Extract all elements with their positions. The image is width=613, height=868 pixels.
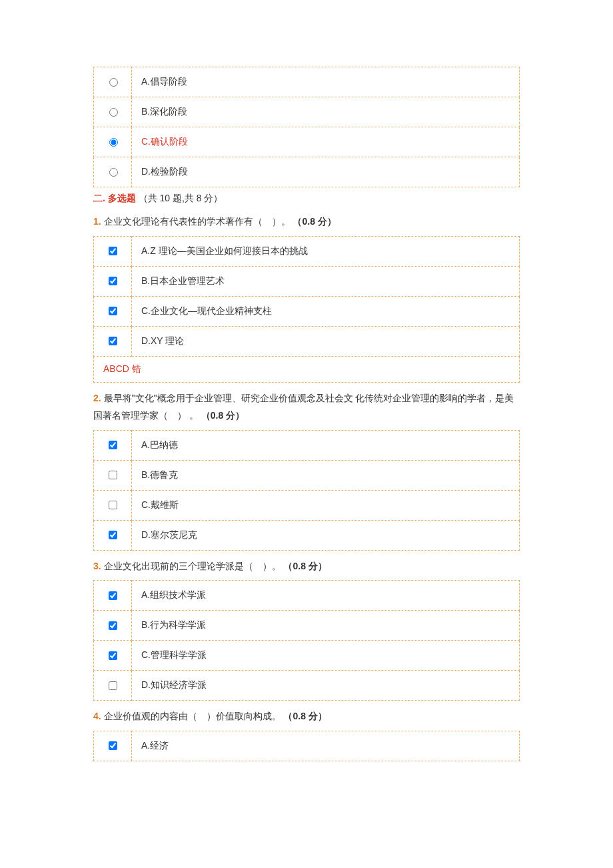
question-3-options-table: A.组织技术学派 B.行为科学学派 C.管理科学学派 D.知识经济学派 bbox=[93, 580, 520, 701]
option-label: C.确认阶段 bbox=[141, 136, 188, 147]
question-2: 2. 最早将"文化"概念用于企业管理、研究企业价值观念及社会文 化传统对企业管理… bbox=[93, 389, 520, 425]
option-row: B.日本企业管理艺术 bbox=[94, 266, 520, 296]
option-label: B.日本企业管理艺术 bbox=[141, 275, 225, 286]
question-3: 3. 企业文化出现前的三个理论学派是（ ）。 （0.8 分） bbox=[93, 557, 520, 575]
question-points: （0.8 分） bbox=[283, 561, 326, 571]
option-label: A.组织技术学派 bbox=[141, 589, 206, 600]
question-points: （0.8 分） bbox=[293, 216, 336, 227]
option-label: B.德鲁克 bbox=[141, 469, 178, 480]
option-label: A.倡导阶段 bbox=[141, 76, 187, 87]
checkbox-option-a[interactable] bbox=[109, 741, 117, 750]
checkbox-option-a[interactable] bbox=[109, 247, 117, 255]
question-number: 4. bbox=[93, 711, 101, 721]
feedback-row: ABCD 错 bbox=[94, 356, 520, 382]
checkbox-option-c[interactable] bbox=[109, 501, 117, 509]
section-suffix: （共 10 题,共 8 分） bbox=[139, 193, 223, 203]
option-label: C.企业文化—现代企业精神支柱 bbox=[141, 305, 272, 316]
option-label: A.经济 bbox=[141, 740, 169, 751]
question-4-options-table: A.经济 bbox=[93, 731, 520, 761]
feedback-text: ABCD 错 bbox=[103, 363, 141, 374]
question-text: 企业文化理论有代表性的学术著作有（ ）。 bbox=[101, 216, 293, 227]
option-row: D.塞尔茨尼克 bbox=[94, 520, 520, 550]
prev-question-options-table: A.倡导阶段 B.深化阶段 C.确认阶段 D.检验阶段 bbox=[93, 67, 520, 187]
option-label: D.XY 理论 bbox=[141, 335, 184, 346]
option-label: D.检验阶段 bbox=[141, 166, 188, 177]
question-points: （0.8 分） bbox=[201, 410, 245, 421]
question-2-options-table: A.巴纳德 B.德鲁克 C.戴维斯 D.塞尔茨尼克 bbox=[93, 430, 520, 551]
option-row: D.XY 理论 bbox=[94, 326, 520, 356]
section-title: 多选题 bbox=[105, 193, 136, 203]
question-points: （0.8 分） bbox=[283, 711, 326, 721]
question-number: 3. bbox=[93, 561, 101, 571]
option-row: D.知识经济学派 bbox=[94, 671, 520, 701]
option-row: B.深化阶段 bbox=[94, 97, 520, 127]
question-text: 企业文化出现前的三个理论学派是（ ）。 bbox=[101, 561, 284, 571]
option-row: A.巴纳德 bbox=[94, 430, 520, 460]
option-row: C.企业文化—现代企业精神支柱 bbox=[94, 296, 520, 326]
radio-option-d[interactable] bbox=[109, 168, 118, 177]
checkbox-option-b[interactable] bbox=[109, 277, 117, 285]
radio-option-b[interactable] bbox=[109, 108, 118, 117]
option-row: A.倡导阶段 bbox=[94, 67, 520, 97]
option-row: A.经济 bbox=[94, 731, 520, 761]
option-row: A.Z 理论—美国企业如何迎接日本的挑战 bbox=[94, 236, 520, 266]
checkbox-option-b[interactable] bbox=[109, 621, 117, 630]
checkbox-option-c[interactable] bbox=[109, 651, 117, 660]
option-label: D.知识经济学派 bbox=[141, 679, 207, 690]
question-text: 最早将"文化"概念用于企业管理、研究企业价值观念及社会文 化传统对企业管理的影响… bbox=[93, 393, 514, 421]
question-1: 1. 企业文化理论有代表性的学术著作有（ ）。 （0.8 分） bbox=[93, 213, 520, 231]
checkbox-option-a[interactable] bbox=[109, 591, 117, 600]
checkbox-option-c[interactable] bbox=[109, 307, 117, 315]
section-prefix: 二. bbox=[93, 193, 105, 203]
option-label: D.塞尔茨尼克 bbox=[141, 529, 197, 540]
option-label: B.行为科学学派 bbox=[141, 619, 206, 630]
section-header: 二. 多选题 （共 10 题,共 8 分） bbox=[93, 193, 520, 205]
question-number: 2. bbox=[93, 393, 101, 403]
question-1-options-table: A.Z 理论—美国企业如何迎接日本的挑战 B.日本企业管理艺术 C.企业文化—现… bbox=[93, 236, 520, 383]
option-label: C.戴维斯 bbox=[141, 499, 179, 510]
option-row: B.行为科学学派 bbox=[94, 611, 520, 641]
option-label: A.巴纳德 bbox=[141, 439, 178, 450]
radio-option-c[interactable] bbox=[109, 138, 118, 147]
option-label: B.深化阶段 bbox=[141, 106, 187, 117]
option-row: D.检验阶段 bbox=[94, 157, 520, 187]
checkbox-option-d[interactable] bbox=[109, 337, 117, 345]
checkbox-option-d[interactable] bbox=[109, 681, 117, 690]
option-row: A.组织技术学派 bbox=[94, 581, 520, 611]
question-4: 4. 企业价值观的内容由（ ）价值取向构成。 （0.8 分） bbox=[93, 707, 520, 725]
question-text: 企业价值观的内容由（ ）价值取向构成。 bbox=[101, 711, 284, 721]
checkbox-option-d[interactable] bbox=[109, 531, 117, 539]
option-row: C.确认阶段 bbox=[94, 127, 520, 157]
question-number: 1. bbox=[93, 216, 101, 227]
option-row: C.戴维斯 bbox=[94, 490, 520, 520]
option-label: C.管理科学学派 bbox=[141, 649, 207, 660]
radio-option-a[interactable] bbox=[109, 78, 118, 87]
checkbox-option-a[interactable] bbox=[109, 441, 117, 449]
option-row: C.管理科学学派 bbox=[94, 641, 520, 671]
checkbox-option-b[interactable] bbox=[109, 471, 117, 479]
option-label: A.Z 理论—美国企业如何迎接日本的挑战 bbox=[141, 245, 308, 256]
option-row: B.德鲁克 bbox=[94, 460, 520, 490]
